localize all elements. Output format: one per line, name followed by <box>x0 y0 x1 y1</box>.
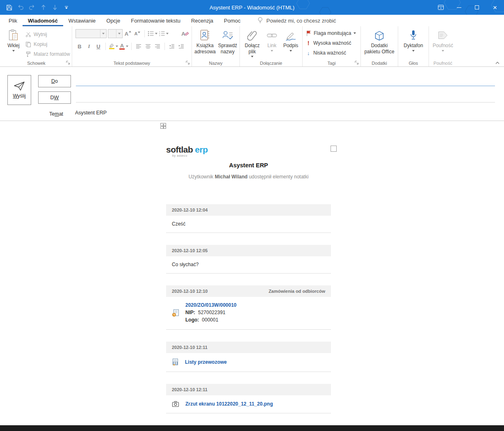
bullets-caret <box>155 33 157 34</box>
address-book-button[interactable]: Książka adresowa <box>194 28 216 55</box>
tab-insert[interactable]: Wstawianie <box>63 15 101 26</box>
high-importance-button[interactable]: ! Wysoka ważność <box>306 39 356 48</box>
flag-icon <box>306 30 311 36</box>
tab-review[interactable]: Recenzja <box>186 15 219 26</box>
tab-format-text[interactable]: Formatowanie tekstu <box>125 15 186 26</box>
signature-label: Podpis <box>283 43 299 49</box>
include-group-label: Dołączanie <box>240 61 302 66</box>
increase-indent-button[interactable] <box>177 42 185 51</box>
font-name-select[interactable] <box>75 29 107 38</box>
ribbon: Wklej Wytnij Kopiuj Malarz formatów Scho… <box>0 26 504 67</box>
ribbon-group-names: Książka adresowa Sprawdź nazwy Nazwy <box>192 26 240 66</box>
customize-qat-button[interactable] <box>61 2 72 13</box>
select-checkbox[interactable] <box>331 146 337 152</box>
align-right-button[interactable] <box>153 42 162 51</box>
cc-input[interactable] <box>76 93 495 103</box>
titlebar: Asystent ERP - Wiadomość (HTML) × <box>0 0 504 15</box>
clear-formatting-button[interactable]: A <box>181 29 189 38</box>
compose-header: Wyślij Do DW Temat <box>0 67 504 121</box>
up-arrow-icon <box>41 5 46 10</box>
bullets-button[interactable] <box>148 29 157 38</box>
message-body[interactable]: softlaberp by asseco Asystent ERP Użytko… <box>0 121 504 425</box>
screenshot-link[interactable]: Zrzut ekranu 10122020_12_11_20.png <box>185 401 273 407</box>
dictate-button[interactable]: Dyktafon <box>402 28 425 52</box>
basic-text-dialog-launcher[interactable] <box>186 61 190 65</box>
dictate-label: Dyktafon <box>404 43 423 49</box>
tab-file[interactable]: Plik <box>3 15 23 26</box>
waybills-link[interactable]: Listy przewozowe <box>185 359 227 365</box>
grow-font-button[interactable]: A <box>124 29 132 38</box>
voice-group-label: Głos <box>398 61 429 66</box>
maximize-button[interactable] <box>468 0 486 15</box>
low-importance-button[interactable]: ↓ Niska ważność <box>306 48 356 57</box>
note-timestamp: 2020-12-10 12:10 <box>172 289 208 294</box>
ribbon-group-include: Dołącz plik Link Podpis Dołączanie <box>240 26 303 66</box>
cut-button[interactable]: Wytnij <box>25 30 70 39</box>
follow-up-button[interactable]: Flaga monitująca <box>306 29 356 38</box>
table-move-handle[interactable] <box>160 123 166 129</box>
tab-message[interactable]: Wiadomość <box>23 15 63 26</box>
next-item-button[interactable] <box>49 2 61 13</box>
to-input[interactable] <box>76 77 495 86</box>
close-button[interactable]: × <box>486 0 504 15</box>
bold-button[interactable]: B <box>75 42 84 51</box>
note-card-header: 2020-12-10 12:10 Zamówienia od odbiorców <box>166 285 331 297</box>
low-importance-icon: ↓ <box>306 50 311 56</box>
save-button[interactable] <box>3 2 15 13</box>
font-name-caret <box>100 30 106 38</box>
office-addins-button[interactable]: Dodatki pakietu Office <box>364 28 395 55</box>
scissors-icon <box>25 32 31 37</box>
sensitivity-button[interactable]: Poufność <box>431 28 454 52</box>
signature-button[interactable]: Podpis <box>281 28 301 52</box>
minimize-button[interactable] <box>450 0 468 15</box>
order-link[interactable]: 2020/ZO/013W/000010 <box>185 302 237 308</box>
to-button[interactable]: Do <box>38 75 71 87</box>
camera-icon <box>172 401 179 407</box>
names-group-label: Nazwy <box>192 61 239 66</box>
ribbon-display-options-button[interactable] <box>432 0 450 15</box>
tab-options[interactable]: Opcje <box>101 15 125 26</box>
undo-button[interactable] <box>15 2 26 13</box>
italic-button[interactable]: I <box>85 42 93 51</box>
quick-access-toolbar <box>0 2 72 13</box>
previous-item-button[interactable] <box>38 2 49 13</box>
tags-dialog-launcher[interactable] <box>355 61 359 65</box>
window-controls: × <box>432 0 504 15</box>
maximize-icon <box>475 5 479 9</box>
clipboard-dialog-launcher[interactable] <box>66 61 71 65</box>
highlight-button[interactable] <box>109 42 118 51</box>
format-painter-button[interactable]: Malarz formatów <box>25 50 70 59</box>
link-button[interactable]: Link <box>264 28 280 52</box>
send-button[interactable]: Wyślij <box>7 75 31 105</box>
tab-help[interactable]: Pomoc <box>219 15 246 26</box>
lightbulb-icon <box>258 17 263 24</box>
copy-button[interactable]: Kopiuj <box>25 40 70 49</box>
note-card-header: 2020-12-10 12:04 <box>166 204 331 216</box>
attach-file-label: Dołącz plik <box>242 43 262 55</box>
note-card: 2020-12-10 12:05 Co słychać? <box>166 245 331 274</box>
cc-button[interactable]: DW <box>38 91 71 104</box>
decrease-indent-button[interactable] <box>168 42 176 51</box>
shrink-font-button[interactable]: A <box>133 29 141 38</box>
underline-button[interactable]: U <box>94 42 103 51</box>
logo-softlab-text: softlab <box>166 145 193 154</box>
attach-file-button[interactable]: Dołącz plik <box>242 28 262 57</box>
collapse-ribbon-button[interactable] <box>495 61 500 64</box>
font-size-select[interactable] <box>108 29 123 38</box>
note-timestamp: 2020-12-10 12:04 <box>172 208 208 212</box>
align-center-button[interactable] <box>144 42 152 51</box>
redo-button[interactable] <box>26 2 38 13</box>
clipboard-group-label: Schowek <box>1 61 72 66</box>
down-arrow-icon <box>52 5 57 10</box>
tell-me-box[interactable]: Powiedz mi, co chcesz zrobić <box>258 15 336 26</box>
subject-input[interactable] <box>75 110 495 116</box>
numbering-button[interactable] <box>159 29 169 38</box>
font-color-button[interactable]: A <box>119 42 128 51</box>
check-names-button[interactable]: Sprawdź nazwy <box>217 28 239 55</box>
note-card: 2020-12-10 12:04 Cześć <box>166 204 331 233</box>
paste-button[interactable]: Wklej <box>4 28 23 52</box>
align-left-button[interactable] <box>135 42 143 51</box>
save-icon <box>6 5 12 11</box>
tell-me-label: Powiedz mi, co chcesz zrobić <box>267 18 336 24</box>
to-label: Do <box>51 78 58 84</box>
